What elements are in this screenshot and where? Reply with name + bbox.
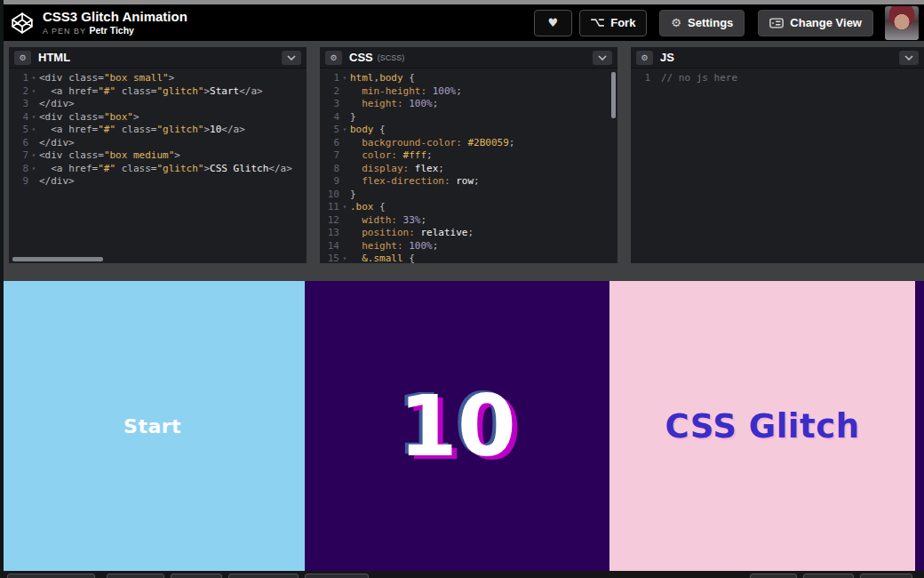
chevron-down-icon[interactable] bbox=[593, 51, 612, 65]
heart-icon: ♥ bbox=[548, 16, 559, 29]
js-code-area[interactable]: 1// no js here bbox=[631, 68, 924, 85]
code-line: 4▾<div class="box"> bbox=[9, 111, 307, 124]
editor-row: ⚙ HTML 1▾<div class="box small">2▾ <a hr… bbox=[0, 41, 924, 272]
preview-box-ten: 10 bbox=[305, 281, 609, 571]
code-line: 1▾html,body { bbox=[320, 72, 617, 85]
code-line: 2 min-height: 100%; bbox=[320, 85, 617, 99]
settings-button[interactable]: ⚙ Settings bbox=[659, 10, 745, 36]
user-avatar[interactable] bbox=[885, 6, 919, 40]
code-line: 9 flex-direction: row; bbox=[320, 175, 617, 189]
export-button[interactable]: Export bbox=[803, 574, 854, 578]
code-line: 4} bbox=[320, 111, 617, 124]
pen-title-block: CSS3 Glitch Animation A PEN BY Petr Tich… bbox=[43, 10, 187, 36]
pen-author-link[interactable]: Petr Tichy bbox=[89, 25, 134, 36]
html-editor-panel: ⚙ HTML 1▾<div class="box small">2▾ <a hr… bbox=[9, 47, 307, 263]
html-panel-header: ⚙ HTML bbox=[9, 47, 307, 68]
code-line: 9</div> bbox=[9, 175, 307, 189]
gear-icon[interactable]: ⚙ bbox=[325, 51, 342, 65]
browser-window-icon bbox=[769, 18, 784, 28]
code-line: 6</div> bbox=[9, 137, 307, 150]
chevron-down-icon[interactable] bbox=[282, 51, 301, 65]
css-editor-panel: ⚙ CSS (SCSS) 1▾html,body {2 min-height: … bbox=[320, 47, 617, 263]
pen-title: CSS3 Glitch Animation bbox=[43, 10, 187, 24]
gear-icon: ⚙ bbox=[671, 16, 681, 29]
glitch-link-start[interactable]: Start bbox=[123, 415, 181, 438]
change-view-button[interactable]: Change View bbox=[758, 10, 873, 36]
code-line: 15▾ &.small { bbox=[320, 253, 617, 263]
fork-button[interactable]: Fork bbox=[579, 10, 647, 36]
console-button[interactable]: Console bbox=[107, 574, 164, 578]
footer-bar: Collections ▾ Console Assets Comments Ke… bbox=[0, 571, 924, 578]
css-code-area[interactable]: 1▾html,body {2 min-height: 100%;3 height… bbox=[320, 68, 617, 263]
pen-brand: CSS3 Glitch Animation A PEN BY Petr Tich… bbox=[11, 10, 187, 36]
code-line: 5▾body { bbox=[320, 124, 617, 137]
codepen-editor-page: CSS3 Glitch Animation A PEN BY Petr Tich… bbox=[0, 0, 924, 578]
code-line: 1// no js here bbox=[631, 72, 924, 85]
code-line: 1▾<div class="box small"> bbox=[9, 72, 307, 85]
code-line: 7 color: #fff; bbox=[320, 149, 617, 163]
vertical-scrollbar[interactable] bbox=[611, 72, 616, 118]
preview-pane: Start 10 CSS Glitch bbox=[0, 281, 924, 571]
fork-label: Fork bbox=[610, 16, 635, 29]
pen-by-label: A PEN BY bbox=[43, 27, 86, 36]
js-panel-header: ⚙ JS bbox=[631, 47, 924, 68]
js-panel-title: JS bbox=[660, 51, 674, 64]
window-left-edge bbox=[0, 0, 4, 578]
glitch-link-css-glitch[interactable]: CSS Glitch bbox=[665, 407, 859, 446]
assets-button[interactable]: Assets bbox=[171, 574, 222, 578]
code-line: 10} bbox=[320, 189, 617, 202]
html-code-area[interactable]: 1▾<div class="box small">2▾ <a href="#" … bbox=[9, 68, 307, 189]
css-panel-title: CSS bbox=[349, 51, 373, 64]
code-line: 11▾.box { bbox=[320, 201, 617, 214]
preview-box-medium: CSS Glitch bbox=[609, 281, 914, 571]
code-line: 3 height: 100%; bbox=[320, 98, 617, 111]
collections-button[interactable]: Collections ▾ bbox=[7, 574, 95, 578]
share-button[interactable]: Share bbox=[750, 574, 797, 578]
code-line: 12 width: 33%; bbox=[320, 214, 617, 228]
code-line: 2▾ <a href="#" class="glitch">Start</a> bbox=[9, 85, 307, 99]
code-line: 6 background-color: #2B0059; bbox=[320, 137, 617, 150]
code-line: 3</div> bbox=[9, 98, 307, 111]
editor-preview-divider[interactable] bbox=[0, 272, 924, 281]
keyboard-button[interactable]: Keyboard bbox=[305, 574, 369, 578]
css-panel-header: ⚙ CSS (SCSS) bbox=[320, 47, 617, 68]
code-line: 13 position: relative; bbox=[320, 227, 617, 240]
change-view-label: Change View bbox=[790, 16, 862, 29]
code-line: 14 height: 100%; bbox=[320, 240, 617, 253]
codepen-logo-icon[interactable] bbox=[11, 12, 34, 35]
horizontal-scrollbar[interactable] bbox=[12, 257, 103, 261]
comments-button[interactable]: Comments bbox=[228, 574, 298, 578]
chevron-down-icon[interactable] bbox=[899, 51, 919, 65]
code-line: 7▾<div class="box medium"> bbox=[9, 149, 307, 163]
css-preprocessor-label: (SCSS) bbox=[378, 53, 405, 62]
preview-box-small: Start bbox=[0, 281, 305, 571]
love-button[interactable]: ♥ bbox=[534, 10, 573, 36]
settings-label: Settings bbox=[688, 16, 733, 29]
code-line: 8▾ <a href="#" class="glitch">CSS Glitch… bbox=[9, 163, 307, 176]
glitch-link-ten[interactable]: 10 bbox=[399, 377, 516, 475]
gear-icon[interactable]: ⚙ bbox=[636, 51, 653, 65]
html-panel-title: HTML bbox=[38, 51, 70, 64]
gear-icon[interactable]: ⚙ bbox=[14, 51, 31, 65]
header-bar: CSS3 Glitch Animation A PEN BY Petr Tich… bbox=[0, 4, 924, 41]
fork-icon bbox=[591, 18, 604, 28]
js-editor-panel: ⚙ JS 1// no js here bbox=[631, 47, 924, 263]
embed-button[interactable]: Embed bbox=[860, 574, 912, 578]
code-line: 8 display: flex; bbox=[320, 163, 617, 176]
pen-byline: A PEN BY Petr Tichy bbox=[43, 25, 187, 36]
code-line: 5▾ <a href="#" class="glitch">10</a> bbox=[9, 124, 307, 137]
